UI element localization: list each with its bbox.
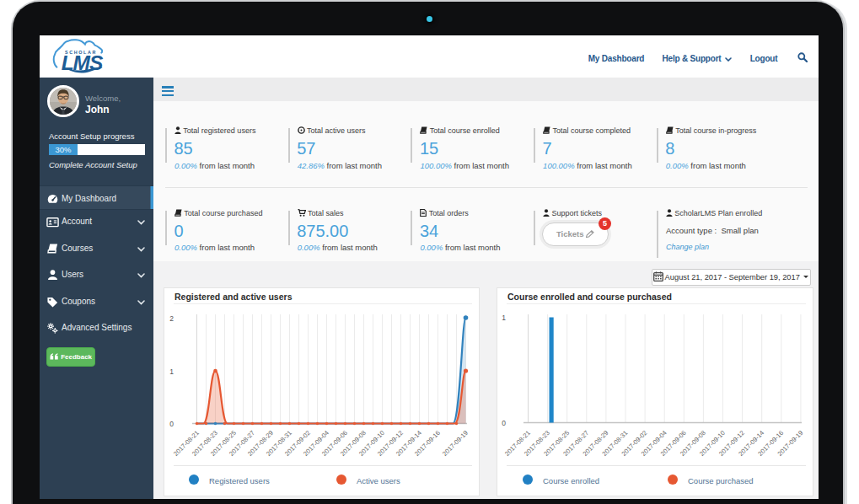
svg-text:1: 1 <box>502 314 506 322</box>
svg-text:0: 0 <box>502 419 506 427</box>
svg-text:0: 0 <box>169 420 174 428</box>
svg-text:2017-09-19: 2017-09-19 <box>441 429 470 458</box>
svg-text:2: 2 <box>169 314 174 323</box>
svg-text:1: 1 <box>169 367 174 376</box>
